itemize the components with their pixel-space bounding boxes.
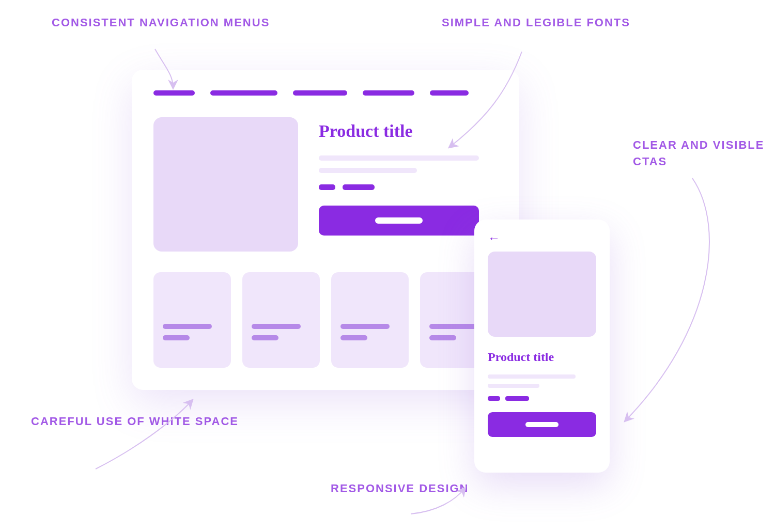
hero-section: Product title (153, 117, 498, 252)
product-card[interactable] (331, 272, 409, 368)
card-text-placeholder (252, 335, 278, 340)
card-text-placeholder (340, 335, 367, 340)
meta-chip (505, 396, 529, 401)
back-arrow-icon[interactable]: ← (488, 232, 596, 244)
product-card[interactable] (153, 272, 231, 368)
primary-cta-button[interactable] (319, 206, 479, 236)
nav-item[interactable] (430, 90, 469, 96)
nav-item[interactable] (363, 90, 414, 96)
desktop-mockup: Product title (132, 70, 519, 390)
nav-item[interactable] (153, 90, 195, 96)
meta-chip (488, 396, 500, 401)
card-text-placeholder (252, 324, 301, 329)
product-meta (488, 396, 596, 401)
meta-chip (343, 184, 375, 190)
product-meta (319, 184, 498, 190)
product-title: Product title (319, 121, 498, 141)
primary-cta-button[interactable] (488, 412, 596, 437)
product-image-placeholder (153, 117, 298, 252)
annotation-responsive: Responsive design (331, 480, 469, 497)
mobile-mockup: ← Product title (474, 220, 610, 473)
product-title: Product title (488, 350, 596, 364)
annotation-whitespace: Careful use of white space (31, 413, 239, 430)
card-text-placeholder (163, 335, 190, 340)
product-grid (153, 272, 498, 368)
text-line-placeholder (488, 374, 576, 379)
product-details: Product title (319, 117, 498, 252)
annotation-fonts: Simple and legible fonts (442, 14, 630, 31)
card-text-placeholder (429, 335, 456, 340)
annotation-navigation: Consistent navigation menus (52, 14, 270, 31)
annotation-ctas: Clear and visible CTAs (633, 137, 775, 170)
meta-chip (319, 184, 335, 190)
text-line-placeholder (488, 384, 539, 388)
text-line-placeholder (319, 155, 479, 161)
navigation-bar (153, 90, 498, 96)
nav-item[interactable] (210, 90, 277, 96)
card-text-placeholder (163, 324, 212, 329)
product-image-placeholder (488, 252, 596, 337)
card-text-placeholder (340, 324, 390, 329)
nav-item[interactable] (293, 90, 347, 96)
product-card[interactable] (242, 272, 320, 368)
card-text-placeholder (429, 324, 478, 329)
text-line-placeholder (319, 168, 417, 173)
